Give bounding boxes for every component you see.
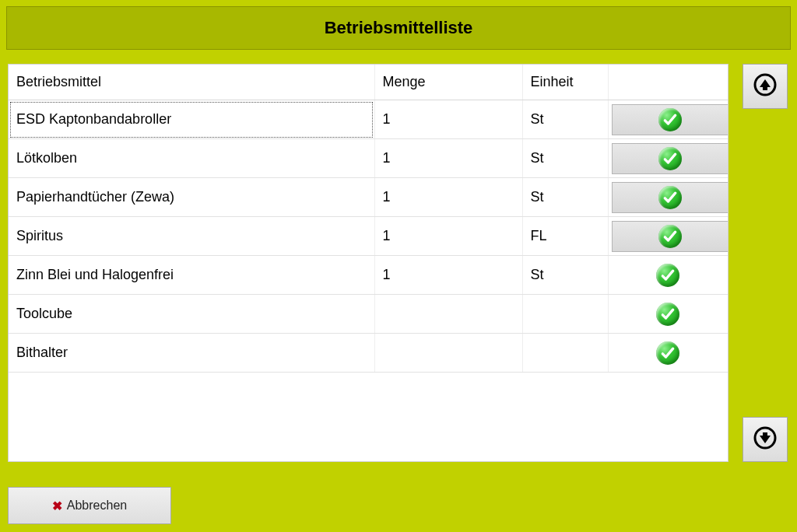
page-title: Betriebsmittelliste [325, 18, 473, 38]
cell-einheit[interactable]: FL [522, 217, 608, 256]
cell-betriebsmittel[interactable]: Papierhandtücher (Zewa) [9, 178, 374, 217]
scroll-up-button[interactable] [743, 64, 788, 109]
arrow-up-icon [753, 72, 778, 100]
cell-menge[interactable] [374, 334, 522, 373]
cell-status [608, 139, 728, 178]
cell-betriebsmittel[interactable]: Zinn Blei und Halogenfrei [9, 256, 374, 295]
cancel-button[interactable]: ✖ Abbrechen [8, 487, 171, 524]
status-button[interactable] [612, 182, 729, 213]
status-indicator [656, 271, 679, 286]
table-row[interactable]: Zinn Blei und Halogenfrei1St [9, 256, 728, 295]
status-indicator [656, 310, 679, 325]
cell-einheit[interactable] [522, 295, 608, 334]
table-header-row: Betriebsmittel Menge Einheit [9, 65, 728, 100]
cell-betriebsmittel[interactable]: Bithalter [9, 334, 374, 373]
cell-betriebsmittel[interactable]: ESD Kaptonbandabroller [9, 100, 374, 139]
cell-status [608, 217, 728, 256]
arrow-down-icon [753, 425, 778, 453]
col-betriebsmittel[interactable]: Betriebsmittel [9, 65, 374, 100]
status-button[interactable] [612, 143, 729, 174]
check-icon [658, 147, 682, 170]
status-button[interactable] [612, 221, 729, 252]
check-icon [658, 225, 682, 248]
cell-einheit[interactable]: St [522, 178, 608, 217]
col-einheit[interactable]: Einheit [522, 65, 608, 100]
cell-menge[interactable]: 1 [374, 139, 522, 178]
close-icon: ✖ [52, 499, 62, 513]
check-icon [658, 186, 682, 209]
cell-betriebsmittel[interactable]: Lötkolben [9, 139, 374, 178]
app-window: Betriebsmittelliste Betriebsmittel Menge… [0, 0, 797, 532]
cell-status [608, 295, 728, 334]
cell-status [608, 178, 728, 217]
table-row[interactable]: Lötkolben1St [9, 139, 728, 178]
scroll-buttons [743, 64, 789, 462]
cell-betriebsmittel[interactable]: Spiritus [9, 217, 374, 256]
table-row[interactable]: Spiritus1FL [9, 217, 728, 256]
cell-menge[interactable]: 1 [374, 217, 522, 256]
col-status [608, 65, 728, 100]
equipment-table: Betriebsmittel Menge Einheit ESD Kaptonb… [9, 65, 728, 373]
check-icon [656, 264, 679, 287]
table-row[interactable]: ESD Kaptonbandabroller1St [9, 100, 728, 139]
cell-einheit[interactable]: St [522, 139, 608, 178]
table-container: Betriebsmittel Menge Einheit ESD Kaptonb… [8, 64, 729, 462]
cell-status [608, 334, 728, 373]
cell-status [608, 256, 728, 295]
col-menge[interactable]: Menge [374, 65, 522, 100]
main-area: Betriebsmittel Menge Einheit ESD Kaptonb… [8, 64, 789, 462]
check-icon [656, 341, 679, 365]
cell-einheit[interactable] [522, 334, 608, 373]
status-indicator [656, 348, 679, 364]
check-icon [656, 303, 679, 326]
cell-betriebsmittel[interactable]: Toolcube [9, 295, 374, 334]
cell-menge[interactable]: 1 [374, 178, 522, 217]
table-row[interactable]: Toolcube [9, 295, 728, 334]
table-row[interactable]: Papierhandtücher (Zewa)1St [9, 178, 728, 217]
title-bar: Betriebsmittelliste [6, 6, 791, 50]
footer: ✖ Abbrechen [8, 487, 171, 524]
cancel-label: Abbrechen [67, 499, 127, 513]
table-row[interactable]: Bithalter [9, 334, 728, 373]
status-button[interactable] [612, 104, 729, 135]
cell-menge[interactable]: 1 [374, 100, 522, 139]
cell-menge[interactable]: 1 [374, 256, 522, 295]
cell-menge[interactable] [374, 295, 522, 334]
check-icon [658, 108, 682, 131]
scroll-down-button[interactable] [743, 417, 788, 462]
cell-einheit[interactable]: St [522, 256, 608, 295]
cell-status [608, 100, 728, 139]
cell-einheit[interactable]: St [522, 100, 608, 139]
